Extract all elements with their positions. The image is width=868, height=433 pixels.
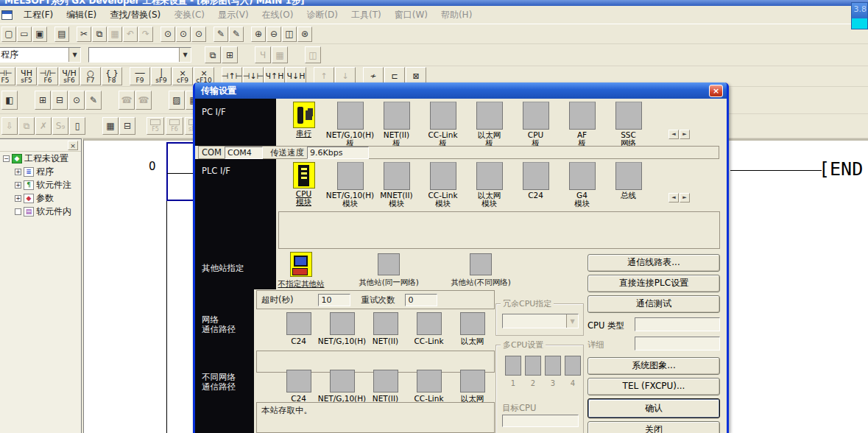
toolbar-button[interactable]: ◧ (1, 91, 18, 110)
menu-item[interactable]: 在线(O) (255, 7, 300, 24)
tree-item[interactable]: + ≣ 程序 (0, 165, 81, 178)
scroll-left-icon[interactable]: ◄ (668, 193, 679, 203)
toolbar-button[interactable] (244, 27, 251, 41)
toolbar-button[interactable]: ✎ (85, 91, 102, 110)
module-square-icon[interactable] (569, 162, 596, 190)
toolbar-button[interactable]: ⊙ (176, 27, 191, 42)
detail-field[interactable] (635, 337, 720, 351)
diff-network-route-module[interactable]: NET/G,10(H) (320, 370, 364, 404)
menu-item[interactable]: 工具(T) (345, 7, 388, 24)
network-route-module[interactable]: C24 (277, 312, 320, 347)
plc-if-module[interactable]: MNET(II) 模块 (373, 162, 420, 208)
toolbar-button[interactable] (207, 27, 214, 41)
expander-icon[interactable]: + (15, 169, 21, 175)
plc-if-module[interactable]: NET/G,10(H) 模块 (327, 162, 373, 208)
toolbar-button[interactable] (86, 117, 102, 135)
toolbar-button[interactable]: ⊛ (297, 27, 312, 42)
communication-line-list-button[interactable]: 通信线路表... (588, 254, 720, 272)
toolbar-button[interactable]: ▨ (169, 91, 185, 110)
toolbar-button[interactable] (70, 27, 77, 41)
toolbar-button[interactable]: ◫ (282, 27, 297, 42)
cpu-slot[interactable] (545, 356, 561, 376)
network-route-module[interactable]: CC-Link (407, 312, 451, 347)
module-square-icon[interactable] (373, 312, 398, 335)
expander-icon[interactable]: + (15, 182, 21, 189)
close-button[interactable]: 关闭 (588, 421, 720, 433)
module-square-icon[interactable] (430, 102, 456, 130)
toolbar-button[interactable]: ◫ (305, 46, 321, 63)
ladder-symbol-button[interactable]: { } F8 (102, 67, 122, 85)
direct-plc-connection-button[interactable]: 直接连接PLC设置 (588, 275, 720, 292)
communication-test-button[interactable]: 通信测试 (588, 295, 720, 313)
ladder-symbol-button[interactable]: │ sF9 (151, 67, 172, 85)
menu-item[interactable]: 诊断(D) (300, 7, 345, 24)
no-other-station-icon[interactable] (290, 252, 312, 277)
toolbar-button[interactable]: ⊙ (160, 27, 175, 42)
ladder-symbol-button[interactable]: ── F9 (130, 67, 150, 85)
cpu-slot[interactable] (525, 356, 541, 376)
tree-root[interactable]: − ◆ 工程未设置 (0, 152, 81, 165)
ladder-symbol-button[interactable]: ○ F7 (80, 67, 101, 85)
toolbar-button[interactable]: ⊞ (35, 91, 51, 110)
module-square-icon[interactable] (373, 370, 398, 392)
other-station-diff-network[interactable]: 其他站(不同网络) (442, 253, 519, 288)
module-square-icon[interactable] (615, 162, 642, 190)
tree-item[interactable]: + ¶ 软元件注 (0, 178, 81, 191)
module-square-icon[interactable] (460, 370, 485, 392)
pc-if-module[interactable]: SSC 网络 (605, 102, 652, 147)
pc-if-module[interactable]: NET(II) 板 (373, 102, 420, 147)
ok-button[interactable]: 确认 (588, 398, 720, 418)
scroll-right-icon[interactable]: ► (680, 130, 690, 139)
module-square-icon[interactable] (523, 102, 549, 130)
module-square-icon[interactable] (569, 102, 596, 130)
plc-if-module[interactable]: CPU 模块 (280, 162, 327, 208)
pc-if-module[interactable]: 串行 (280, 102, 327, 147)
toolbar-button[interactable]: ⊙ (191, 27, 206, 42)
menu-item[interactable]: 窗口(W) (388, 7, 434, 24)
toolbar-button[interactable]: ↶ (123, 27, 138, 42)
diff-network-route-module[interactable]: C24 (277, 370, 320, 404)
toolbar-button[interactable]: ▣ (32, 27, 47, 42)
ladder-symbol-button[interactable] (123, 67, 130, 82)
toolbar-button[interactable]: ✂ (77, 27, 91, 42)
module-square-icon[interactable] (417, 370, 442, 392)
close-icon[interactable]: × (68, 141, 78, 150)
module-square-icon[interactable] (476, 162, 503, 190)
toolbar-button[interactable]: ▢ (1, 27, 16, 42)
toolbar-button[interactable]: ✗ (35, 117, 52, 135)
ladder-symbol-button[interactable]: ЧН sF5 (16, 67, 37, 85)
dialog-titlebar[interactable]: 传输设置 × (195, 82, 727, 99)
cpu-slot[interactable] (565, 356, 581, 376)
menu-item[interactable]: 显示(V) (211, 7, 255, 24)
plc-if-module[interactable]: C24 (512, 162, 559, 208)
com-port-field[interactable]: COM4 (225, 147, 263, 159)
toolbar-button[interactable]: ✎ (229, 27, 244, 42)
plc-if-module[interactable]: 以太网 模块 (466, 162, 512, 208)
ladder-symbol-button[interactable]: Ч/Н sF6 (59, 67, 80, 85)
module-square-icon[interactable] (417, 312, 442, 335)
toolbar-button[interactable]: ⊙ (68, 91, 85, 110)
toolbar-button[interactable]: ⊕ (251, 27, 266, 42)
toolbar-button[interactable]: ⧉ (18, 117, 35, 135)
module-square-icon[interactable] (384, 102, 410, 130)
module-square-icon[interactable] (615, 102, 642, 130)
chevron-down-icon[interactable]: ▼ (179, 48, 191, 62)
ladder-symbol-button[interactable] (307, 67, 314, 82)
redundant-cpu-combo[interactable]: ▼ (502, 314, 579, 328)
module-square-icon[interactable] (384, 162, 410, 190)
network-route-module[interactable]: NET/G,10(H) (320, 312, 364, 347)
module-square-icon[interactable] (430, 162, 456, 190)
program-combo[interactable]: 程序 ▼ (0, 47, 81, 63)
toolbar-button[interactable]: ⊟ (119, 117, 135, 135)
module-square-icon[interactable] (378, 253, 400, 275)
plc-if-module[interactable]: 总线 (605, 162, 652, 208)
module-square-icon[interactable] (330, 312, 355, 335)
toolbar-button[interactable]: ⊞ (222, 46, 238, 63)
tel-fxcpu-button[interactable]: TEL (FXCPU)... (588, 378, 720, 395)
toolbar-button[interactable] (102, 91, 119, 110)
module-square-icon[interactable] (523, 162, 549, 190)
ladder-symbol-button[interactable] (215, 67, 222, 82)
module-square-icon[interactable] (460, 312, 485, 335)
chevron-down-icon[interactable]: ▼ (68, 48, 80, 62)
toolbar-button[interactable]: ↷ (138, 27, 153, 42)
